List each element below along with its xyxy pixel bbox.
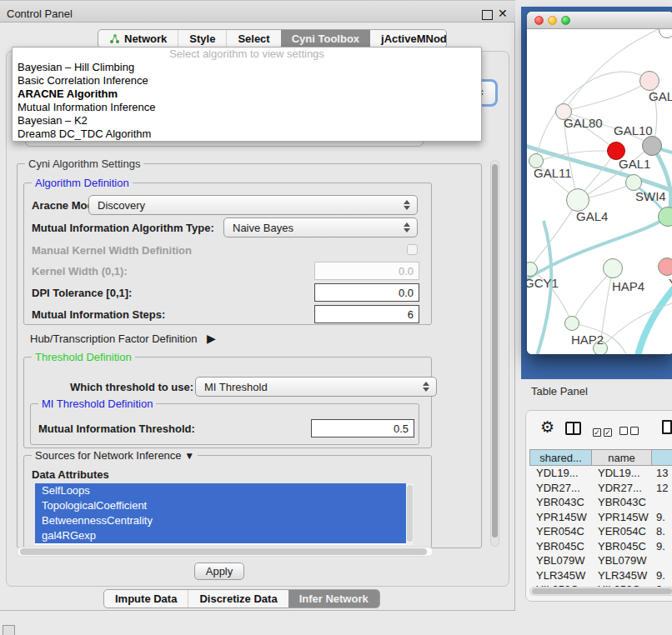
mi-type-combobox[interactable]: Naive Bayes: [223, 218, 418, 238]
group-title: MI Threshold Definition: [38, 398, 156, 410]
network-canvas[interactable]: GAL GAL80 GAL10 GAL11 GAL1 SWI4 GAL4 GCY…: [527, 29, 672, 354]
tab-cyni-toolbox[interactable]: Cyni Toolbox: [281, 30, 370, 48]
node-gal4[interactable]: [566, 188, 589, 212]
tab-select[interactable]: Select: [226, 30, 280, 48]
tab-discretize-data[interactable]: Discretize Data: [188, 590, 288, 608]
table-row[interactable]: YER054C YER054C 8.: [529, 524, 672, 539]
node-hap2[interactable]: [564, 316, 579, 331]
mi-steps-label: Mutual Information Steps:: [32, 308, 165, 321]
mi-threshold-label: Mutual Information Threshold:: [38, 422, 195, 435]
tab-network-label: Network: [124, 32, 167, 45]
algorithm-dropdown-popup: Select algorithm to view settings Bayesi…: [12, 47, 482, 142]
table-row[interactable]: YDL19... YDL19... 13: [529, 466, 672, 481]
column-header[interactable]: [652, 450, 672, 465]
table-horizontal-scrollbar[interactable]: [529, 587, 672, 596]
node[interactable]: [639, 71, 659, 91]
node-label: GAL10: [614, 123, 653, 138]
columns-icon[interactable]: [565, 422, 581, 435]
float-window-icon[interactable]: [482, 10, 493, 20]
table-row[interactable]: YBR045C YBR045C 9.: [529, 539, 672, 554]
mi-threshold-field[interactable]: 0.5: [311, 419, 414, 438]
tab-jactivemnodules[interactable]: jActiveMNodules: [370, 30, 447, 48]
column-header[interactable]: shared...: [530, 450, 592, 465]
node-attribute-table: shared... name YDL19... YDL19... 13 YDR2…: [529, 449, 672, 598]
dropdown-item[interactable]: Mutual Information Inference: [13, 101, 481, 114]
column-header[interactable]: name: [592, 450, 652, 465]
attribute-item[interactable]: gal4RGexp: [35, 528, 412, 543]
gear-icon[interactable]: ⚙: [540, 419, 554, 435]
table-row[interactable]: YBL079W YBL079W: [529, 553, 672, 568]
network-tab-icon: [109, 33, 120, 44]
collapse-down-icon: ▼: [184, 450, 194, 462]
kernel-width-value: 0.0: [399, 265, 414, 278]
node-salmon[interactable]: [658, 258, 672, 276]
dropdown-item[interactable]: Bayesian – Hill Climbing: [13, 61, 481, 74]
table-row[interactable]: YLR345W YLR345W 9.: [529, 568, 672, 583]
manual-kernel-label: Manual Kernel Width Definition: [32, 244, 192, 257]
mi-threshold-value: 0.5: [394, 422, 409, 435]
aracne-mode-combobox[interactable]: Discovery: [88, 195, 418, 215]
kernel-width-label: Kernel Width (0,1):: [32, 265, 128, 278]
which-threshold-value: MI Threshold: [196, 381, 422, 393]
table-panel-container: ⚙ ✓✓ shared... name YDL19... YDL19... 13…: [525, 410, 672, 602]
group-title: Threshold Definition: [32, 351, 135, 363]
deselect-all-checkboxes-icon[interactable]: [619, 425, 639, 438]
hub-definition-expander[interactable]: Hub/Transcription Factor Definition ▶: [30, 332, 216, 345]
node-label: HAP2: [571, 332, 604, 347]
attribute-list-scrollbar[interactable]: [406, 483, 414, 545]
dpi-tolerance-field[interactable]: 0.0: [314, 283, 419, 302]
scrollbar-thumb[interactable]: [20, 548, 427, 555]
manual-kernel-checkbox[interactable]: [407, 244, 418, 255]
attribute-item[interactable]: TopologicalCoefficient: [35, 498, 412, 513]
dpi-tolerance-value: 0.0: [399, 287, 414, 299]
mi-type-value: Naive Bayes: [224, 222, 403, 234]
zoom-window-button[interactable]: [561, 16, 570, 25]
settings-horizontal-scrollbar[interactable]: [17, 547, 434, 557]
panel-corner-icon[interactable]: [3, 625, 15, 635]
combo-arrows-icon: [403, 200, 410, 210]
node-label: GAL4: [576, 209, 608, 223]
control-panel-title: Control Panel: [7, 8, 73, 20]
tab-style[interactable]: Style: [178, 30, 226, 48]
close-window-button[interactable]: [534, 16, 544, 25]
scrollbar-thumb[interactable]: [532, 588, 672, 594]
which-threshold-label: Which threshold to use:: [70, 381, 193, 393]
network-view-window: GAL GAL80 GAL10 GAL11 GAL1 SWI4 GAL4 GCY…: [527, 12, 672, 354]
mi-steps-field[interactable]: 6: [314, 305, 419, 323]
tab-network[interactable]: Network: [98, 30, 178, 48]
tab-infer-network[interactable]: Infer Network: [288, 590, 379, 608]
attribute-item[interactable]: SelfLoops: [35, 483, 412, 498]
table-row[interactable]: YDR27... YDR27... 12: [529, 481, 672, 496]
dropdown-item[interactable]: Bayesian – K2: [13, 114, 481, 128]
attribute-item[interactable]: BetweennessCentrality: [35, 513, 412, 528]
dropdown-item-aracne[interactable]: ARACNE Algorithm: [13, 88, 481, 101]
node-swi4[interactable]: [625, 174, 642, 191]
table-row[interactable]: YBR043C YBR043C: [529, 495, 672, 510]
settings-vertical-scrollbar[interactable]: [490, 160, 499, 547]
scrollbar-thumb[interactable]: [492, 164, 498, 538]
table-header-row: shared... name: [529, 449, 672, 466]
node-label: Y: [669, 276, 672, 290]
sources-group-title[interactable]: Sources for Network Inference ▼: [32, 449, 198, 462]
dropdown-item[interactable]: Dream8 DC_TDC Algorithm: [13, 128, 481, 141]
select-all-checkboxes-icon[interactable]: ✓✓: [593, 425, 612, 438]
group-title: Cyni Algorithm Settings: [25, 158, 143, 170]
node-gal10[interactable]: [642, 136, 662, 156]
node-hap4[interactable]: [603, 258, 623, 278]
minimize-window-button[interactable]: [548, 16, 557, 25]
apply-button[interactable]: Apply: [194, 562, 244, 580]
node-label: GAL11: [534, 166, 572, 180]
screenshot-root: { "control_panel": { "title": "Control P…: [0, 0, 672, 635]
close-icon[interactable]: ✕: [498, 7, 508, 20]
kernel-width-field[interactable]: 0.0: [314, 262, 419, 280]
dropdown-item[interactable]: Basic Correlation Inference: [13, 74, 481, 88]
bottom-tabbar: Impute Data Discretize Data Infer Networ…: [103, 589, 380, 608]
document-icon[interactable]: [662, 420, 672, 434]
node-label: GCY1: [527, 276, 559, 290]
table-row[interactable]: YPR145W YPR145W 9.: [529, 510, 672, 525]
node[interactable]: [658, 207, 672, 227]
which-threshold-combobox[interactable]: MI Threshold: [195, 377, 437, 397]
aracne-mode-value: Discovery: [89, 199, 403, 212]
tab-impute-data[interactable]: Impute Data: [104, 590, 188, 608]
scrollbar-thumb[interactable]: [407, 485, 413, 542]
